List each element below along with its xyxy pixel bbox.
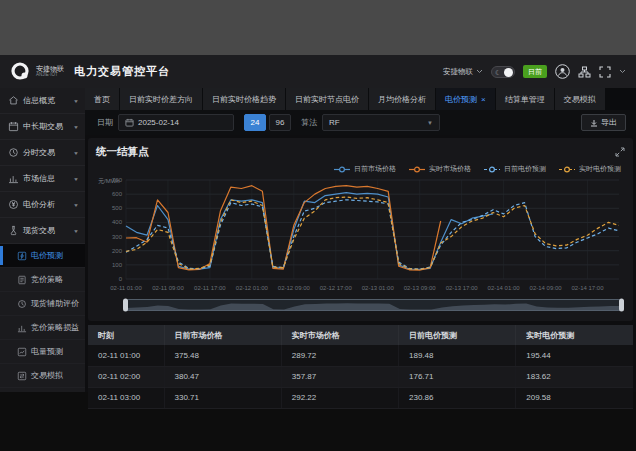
algorithm-label: 算法 xyxy=(301,117,317,128)
table-row[interactable]: 02-11 02:00380.47357.87176.71183.62 xyxy=(88,366,633,387)
chart-icon xyxy=(8,173,19,184)
sidebar-group-overview[interactable]: 信息概览▼ xyxy=(0,88,85,114)
expand-icon[interactable] xyxy=(615,143,625,161)
fullscreen-icon[interactable] xyxy=(599,66,611,78)
filter-toolbar: 日期 2025-02-14 2496 算法 RF ▼ 导出 xyxy=(85,110,636,135)
svg-text:400: 400 xyxy=(112,219,123,225)
legend-item[interactable]: 日前市场价格 xyxy=(333,164,396,174)
chevron-icon: ▼ xyxy=(73,124,79,129)
export-label: 导出 xyxy=(601,117,617,128)
tab-bar: 首页日前实时价差方向日前实时价格趋势日前实时节点电价月均价格分析电价预测×结算单… xyxy=(85,88,636,110)
screen: 安捷物联 ANJIE·IOT 电力交易管控平台 安捷物联 ☾ 日前 xyxy=(0,0,636,451)
datazoom-handle-right[interactable] xyxy=(619,299,624,312)
tab-3[interactable]: 日前实时价格趋势 xyxy=(203,88,285,110)
chevron-icon: ▼ xyxy=(73,228,79,233)
chart-card: 统一结算点 日前市场价格实时市场价格日前电价预测实时电价预测 元/MWh02-1… xyxy=(88,138,633,321)
column-header: 日前电价预测 xyxy=(399,325,516,345)
tab-1[interactable]: 首页 xyxy=(85,88,119,110)
page-title: 电力交易管控平台 xyxy=(74,64,170,79)
chevron-icon: ▼ xyxy=(73,150,79,155)
sidebar-group-spot-trading[interactable]: 现货交易▼ xyxy=(0,218,85,244)
toggle-knob xyxy=(504,68,513,77)
algorithm-value: RF xyxy=(329,118,340,127)
sidebar-item-strategy-pnl[interactable]: 竞价策略损益 xyxy=(0,316,85,340)
tab-label: 日前实时价差方向 xyxy=(129,94,193,105)
chevron-icon: ▼ xyxy=(73,176,79,181)
sidebar-item-label: 交易模拟 xyxy=(31,370,63,381)
tab-label: 首页 xyxy=(94,94,110,105)
date-input[interactable]: 2025-02-14 xyxy=(118,114,234,131)
svg-text:100: 100 xyxy=(112,262,123,268)
svg-text:600: 600 xyxy=(112,191,123,197)
tab-4[interactable]: 日前实时节点电价 xyxy=(286,88,368,110)
svg-text:02-12 17:00: 02-12 17:00 xyxy=(320,285,353,291)
tab-label: 日前实时节点电价 xyxy=(295,94,359,105)
chevron-down-icon: ▼ xyxy=(427,120,433,126)
table-cell: 176.71 xyxy=(399,366,516,387)
tab-7[interactable]: 结算单管理 xyxy=(496,88,554,110)
theme-toggle[interactable]: ☾ xyxy=(491,66,515,78)
legend-label: 实时电价预测 xyxy=(579,164,621,174)
tab-2[interactable]: 日前实时价差方向 xyxy=(120,88,202,110)
chevron-down-icon xyxy=(476,69,483,74)
date-value: 2025-02-14 xyxy=(138,118,179,127)
gauge-icon xyxy=(17,347,27,357)
export-button[interactable]: 导出 xyxy=(581,114,626,131)
sitemap-icon[interactable] xyxy=(578,66,591,78)
granularity-button-24[interactable]: 24 xyxy=(244,114,266,131)
granularity-button-96[interactable]: 96 xyxy=(269,114,291,131)
table-cell: 289.72 xyxy=(281,345,398,366)
tab-6[interactable]: 电价预测× xyxy=(436,88,495,110)
tab-8[interactable]: 交易模拟 xyxy=(555,88,605,110)
download-icon xyxy=(590,119,598,127)
svg-text:300: 300 xyxy=(112,234,123,240)
tab-label: 电价预测 xyxy=(445,94,477,105)
table-cell: 357.87 xyxy=(281,366,398,387)
org-select[interactable]: 安捷物联 xyxy=(443,67,483,77)
sidebar-item-spot-aux-eval[interactable]: 现货辅助评价 xyxy=(0,292,85,316)
table-cell: 02-11 03:00 xyxy=(88,387,164,408)
legend-item[interactable]: 实时电价预测 xyxy=(558,164,621,174)
sidebar-item-label: 竞价策略损益 xyxy=(31,322,79,333)
sidebar: 信息概览▼中长期交易▼分时交易▼市场信息▼电价分析▼现货交易▼电价预测竞价策略现… xyxy=(0,88,85,392)
tab-label: 交易模拟 xyxy=(564,94,596,105)
sidebar-item-trade-simulation[interactable]: 交易模拟 xyxy=(0,364,85,388)
sidebar-item-load-forecast[interactable]: 电量预测 xyxy=(0,340,85,364)
sidebar-group-price-analysis[interactable]: 电价分析▼ xyxy=(0,192,85,218)
chart-title: 统一结算点 xyxy=(96,145,149,159)
moon-icon: ☾ xyxy=(495,67,501,79)
sidebar-group-time-sharing[interactable]: 分时交易▼ xyxy=(0,140,85,166)
svg-text:500: 500 xyxy=(112,205,123,211)
sidebar-item-label: 电量预测 xyxy=(31,346,63,357)
sidebar-item-bidding-strategy[interactable]: 竞价策略 xyxy=(0,268,85,292)
tab-5[interactable]: 月均价格分析 xyxy=(369,88,435,110)
svg-text:02-14 01:00: 02-14 01:00 xyxy=(488,285,521,291)
sidebar-group-market-info[interactable]: 市场信息▼ xyxy=(0,166,85,192)
datazoom-handle-left[interactable] xyxy=(123,299,128,312)
legend-item[interactable]: 日前电价预测 xyxy=(483,164,546,174)
tab-close-icon[interactable]: × xyxy=(481,95,486,104)
sidebar-group-label: 分时交易 xyxy=(23,147,55,158)
legend-label: 日前市场价格 xyxy=(354,164,396,174)
legend-item[interactable]: 实时市场价格 xyxy=(408,164,471,174)
algorithm-select[interactable]: RF ▼ xyxy=(322,114,440,131)
column-header: 日前市场价格 xyxy=(164,325,281,345)
svg-text:02-14 17:00: 02-14 17:00 xyxy=(572,285,605,291)
table-row[interactable]: 02-11 01:00375.48289.72189.48195.44 xyxy=(88,345,633,366)
sidebar-group-label: 信息概览 xyxy=(23,95,55,106)
price-line-chart: 元/MWh02-11 01:0002-11 09:0002-11 17:0002… xyxy=(96,175,625,293)
sidebar-item-price-forecast[interactable]: 电价预测 xyxy=(0,244,85,268)
avatar[interactable] xyxy=(555,64,570,79)
table-cell: 02-11 02:00 xyxy=(88,366,164,387)
sidebar-item-auto-declaration[interactable]: 自动申报 xyxy=(0,388,85,392)
granularity-switch: 2496 xyxy=(244,114,291,131)
datazoom-slider[interactable] xyxy=(122,298,625,317)
flask-icon xyxy=(8,225,19,236)
sidebar-group-mid-long-term[interactable]: 中长期交易▼ xyxy=(0,114,85,140)
main-area: 信息概览▼中长期交易▼分时交易▼市场信息▼电价分析▼现货交易▼电价预测竞价策略现… xyxy=(0,88,636,392)
more-caret-icon[interactable] xyxy=(619,69,626,74)
clock-icon xyxy=(8,147,19,158)
svg-text:0: 0 xyxy=(119,276,123,282)
table-cell: 209.58 xyxy=(516,387,633,408)
table-row[interactable]: 02-11 03:00330.71292.22230.86209.58 xyxy=(88,387,633,408)
